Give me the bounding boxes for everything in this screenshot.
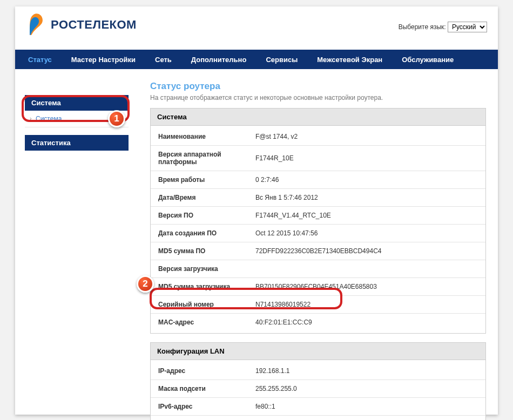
panel-system-title: Система — [151, 109, 485, 126]
nav-tab-advanced[interactable]: Дополнительно — [181, 50, 256, 69]
table-row: MD5 сумма загрузчикаBB70150F82906FCB04E4… — [151, 278, 485, 296]
row-value: 192.168.1.1 — [248, 362, 485, 380]
brand-logo: РОСТЕЛЕКОМ — [27, 12, 137, 38]
row-label: Версия ПО — [151, 207, 248, 225]
table-row: IPv6-адресfe80::1 — [151, 398, 485, 416]
sidebar-header-stats[interactable]: Статистика — [25, 135, 129, 151]
row-label: MD5 сумма ПО — [151, 242, 248, 260]
row-value: 40:F2:01:E1:CC:C9 — [248, 314, 485, 331]
language-selector: Выберите язык: Русский — [399, 22, 487, 32]
table-row: Серийный номерN71413986019522 — [151, 296, 485, 314]
row-label: Дата/Время — [151, 189, 248, 207]
language-select[interactable]: Русский — [448, 22, 487, 32]
row-value: 255.255.255.0 — [248, 380, 485, 398]
row-value: Вкл. — [248, 416, 485, 421]
row-label: Маска подсети — [151, 380, 248, 398]
table-row: Дата создания ПОOct 12 2015 10:47:56 — [151, 225, 485, 242]
row-label: Дата создания ПО — [151, 225, 248, 242]
main-nav: Статус Мастер Настройки Сеть Дополнитель… — [15, 50, 498, 69]
sidebar-header-system[interactable]: Система — [25, 95, 129, 111]
sidebar-item-system[interactable]: Система — [25, 111, 129, 127]
row-label: DHCP-сервер — [151, 416, 248, 421]
sidebar-group-stats: Статистика — [25, 135, 129, 151]
table-row: Дата/ВремяВс Янв 1 5:7:46 2012 — [151, 189, 485, 207]
table-row: Версия ПОF1744R_V1.44_RTC_10E — [151, 207, 485, 225]
lan-table: IP-адрес192.168.1.1 Маска подсети255.255… — [151, 362, 485, 420]
table-row: IP-адрес192.168.1.1 — [151, 362, 485, 380]
nav-tab-wizard[interactable]: Мастер Настройки — [62, 50, 145, 69]
table-row: MAC-адрес40:F2:01:E1:CC:C9 — [151, 314, 485, 331]
row-label: Версия загрузчика — [151, 260, 248, 278]
table-row: Версия аппаратной платформыF1744R_10E — [151, 146, 485, 171]
logo-icon — [27, 12, 45, 38]
nav-tab-status[interactable]: Статус — [15, 50, 62, 69]
table-row: НаименованиеF@st 1744, v2 — [151, 128, 485, 146]
sidebar: Система Система Статистика — [15, 69, 129, 420]
row-value: F1744R_V1.44_RTC_10E — [248, 207, 485, 225]
panel-lan-title: Конфигурация LAN — [151, 343, 485, 360]
table-row: Версия загрузчика — [151, 260, 485, 278]
row-value: BB70150F82906FCB04E451A40E685803 — [248, 278, 485, 296]
page-subtitle: На странице отображается статус и некото… — [150, 94, 486, 101]
row-label: Наименование — [151, 128, 248, 146]
row-value: F@st 1744, v2 — [248, 128, 485, 146]
brand-text: РОСТЕЛЕКОМ — [51, 18, 137, 32]
table-row: MD5 сумма ПО72DFFD922236C0B2E71340EBBCD4… — [151, 242, 485, 260]
page-title: Статус роутера — [150, 81, 486, 92]
row-value: 72DFFD922236C0B2E71340EBBCD494C4 — [248, 242, 485, 260]
row-value: 0 2:7:46 — [248, 171, 485, 189]
nav-tab-maintenance[interactable]: Обслуживание — [392, 50, 463, 69]
row-value: Oct 12 2015 10:47:56 — [248, 225, 485, 242]
table-row: Маска подсети255.255.255.0 — [151, 380, 485, 398]
sidebar-group-system: Система Система — [25, 95, 129, 127]
system-table: НаименованиеF@st 1744, v2 Версия аппарат… — [151, 128, 485, 331]
row-value: N71413986019522 — [248, 296, 485, 314]
panel-system: Система НаименованиеF@st 1744, v2 Версия… — [150, 108, 486, 334]
table-row: Время работы0 2:7:46 — [151, 171, 485, 189]
row-label: MD5 сумма загрузчика — [151, 278, 248, 296]
header: РОСТЕЛЕКОМ Выберите язык: Русский — [15, 6, 498, 50]
language-label: Выберите язык: — [399, 23, 446, 31]
row-label: Время работы — [151, 171, 248, 189]
row-label: Версия аппаратной платформы — [151, 146, 248, 171]
row-value: F1744R_10E — [248, 146, 485, 171]
row-label: IPv6-адрес — [151, 398, 248, 416]
row-value: fe80::1 — [248, 398, 485, 416]
nav-tab-firewall[interactable]: Межсетевой Экран — [307, 50, 392, 69]
main-content: Статус роутера На странице отображается … — [129, 69, 498, 420]
table-row: DHCP-серверВкл. — [151, 416, 485, 421]
row-label: MAC-адрес — [151, 314, 248, 331]
row-value: Вс Янв 1 5:7:46 2012 — [248, 189, 485, 207]
nav-tab-network[interactable]: Сеть — [145, 50, 181, 69]
panel-lan: Конфигурация LAN IP-адрес192.168.1.1 Мас… — [150, 342, 486, 420]
nav-tab-services[interactable]: Сервисы — [256, 50, 307, 69]
row-value — [248, 260, 485, 278]
row-label: IP-адрес — [151, 362, 248, 380]
row-label: Серийный номер — [151, 296, 248, 314]
